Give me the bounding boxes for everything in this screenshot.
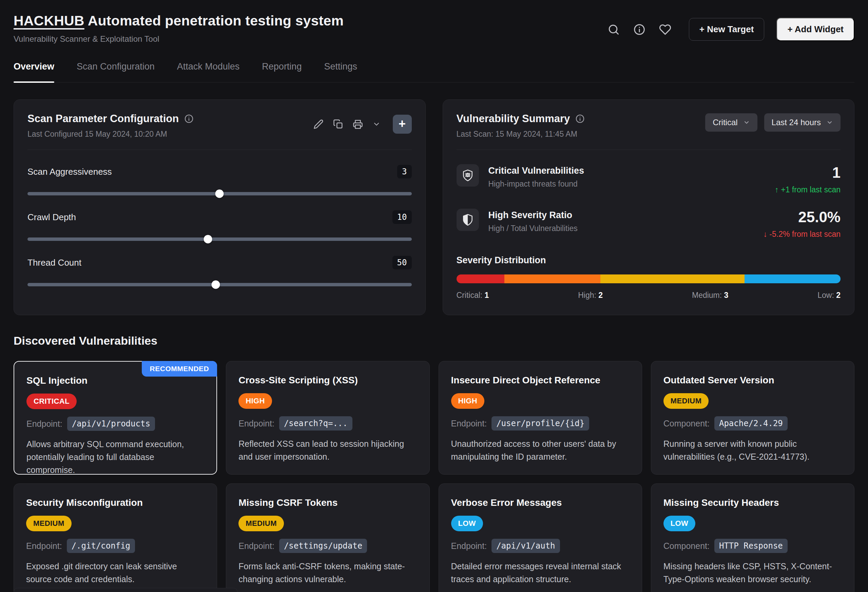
tab-attack-modules[interactable]: Attack Modules	[177, 61, 240, 82]
slider-list: Scan Aggressiveness 3 Crawl Depth 10 Thr…	[28, 165, 412, 286]
shield-half-icon	[456, 209, 479, 231]
vulnerability-card[interactable]: Outdated Server Version MEDIUM Component…	[651, 361, 855, 475]
vulnerability-card[interactable]: Verbose Error Messages LOW Endpoint: /ap…	[438, 483, 642, 592]
tab-overview[interactable]: Overview	[13, 61, 54, 82]
vulnerability-title: Missing Security Headers	[663, 498, 842, 508]
slider-label: Scan Aggressiveness	[28, 167, 112, 177]
vulnerability-description: Allows arbitrary SQL command execution, …	[27, 438, 204, 476]
discovered-vulnerabilities-heading: Discovered Vulnerabilities	[13, 334, 855, 347]
location-value: /settings/update	[279, 539, 367, 553]
location-value: /search?q=...	[279, 416, 353, 431]
severity-segment-high	[504, 275, 600, 283]
severity-filter-dropdown[interactable]: Critical	[705, 113, 757, 131]
recommended-badge: RECOMMENDED	[142, 361, 217, 376]
slider-thumb[interactable]	[211, 280, 220, 289]
severity-distribution-labels: Critical: 1High: 2Medium: 3Low: 2	[456, 291, 841, 300]
location-value: HTTP Response	[714, 539, 788, 553]
info-icon[interactable]	[575, 114, 585, 124]
vulnerability-title: Verbose Error Messages	[451, 498, 630, 508]
severity-label: High: 2	[578, 291, 603, 300]
header-text: HACKHUB Automated penetration testing sy…	[13, 13, 344, 44]
severity-segment-low	[744, 275, 840, 283]
location-label: Endpoint:	[451, 541, 487, 551]
vulnerability-card[interactable]: Missing Security Headers LOW Component: …	[651, 483, 855, 592]
vulnerability-description: Unauthorized access to other users' data…	[451, 437, 630, 463]
severity-segment-critical	[456, 275, 505, 283]
vulnerability-card[interactable]: Missing CSRF Tokens MEDIUM Endpoint: /se…	[226, 483, 430, 592]
info-icon[interactable]	[633, 23, 646, 36]
vulnerability-title: Cross-Site Scripting (XSS)	[238, 375, 417, 386]
page-title: HACKHUB Automated penetration testing sy…	[13, 13, 344, 29]
slider-track[interactable]	[28, 238, 412, 241]
tab-settings[interactable]: Settings	[324, 61, 357, 82]
summary-head-text: Vulnerability Summary Last Scan: 15 May …	[456, 113, 585, 139]
slider-track[interactable]	[28, 192, 412, 195]
printer-icon[interactable]	[353, 119, 363, 129]
brand-name: HACKHUB	[13, 13, 84, 28]
stat-subtitle: High / Total Vulnerabilities	[489, 224, 754, 233]
slider-track[interactable]	[28, 283, 412, 286]
tab-scan-configuration[interactable]: Scan Configuration	[77, 61, 155, 82]
location-label: Component:	[663, 419, 710, 428]
chevron-down-icon[interactable]	[372, 120, 381, 128]
search-icon[interactable]	[607, 23, 620, 36]
shield-bug-icon	[456, 164, 479, 187]
location-value: /user/profile/{id}	[492, 416, 589, 431]
location-value: /api/v1/auth	[492, 539, 559, 553]
severity-badge: MEDIUM	[26, 516, 72, 531]
slider-group: Crawl Depth 10	[28, 210, 412, 241]
last-scan-text: Last Scan: 15 May 2024, 11:45 AM	[456, 130, 585, 139]
slider-thumb[interactable]	[216, 190, 224, 198]
last-configured-text: Last Configured 15 May 2024, 10:20 AM	[28, 130, 194, 139]
pencil-icon[interactable]	[313, 119, 323, 129]
severity-label: Medium: 3	[692, 291, 728, 300]
tab-bar: OverviewScan ConfigurationAttack Modules…	[13, 61, 855, 83]
slider-thumb[interactable]	[204, 235, 213, 244]
vulnerability-description: Exposed .git directory can leak sensitiv…	[26, 560, 205, 586]
stat-title: Critical Vulnerabilities	[489, 165, 766, 176]
slider-label: Crawl Depth	[28, 212, 76, 223]
scan-panel-head-text: Scan Parameter Configuration Last Config…	[28, 113, 194, 139]
app-title: Automated penetration testing system	[88, 13, 344, 28]
heart-icon[interactable]	[658, 23, 672, 36]
location-label: Endpoint:	[238, 419, 275, 428]
severity-badge: HIGH	[451, 393, 485, 409]
vulnerability-title: Security Misconfiguration	[26, 498, 205, 508]
scan-panel-title: Scan Parameter Configuration	[28, 113, 179, 125]
slider-group: Thread Count 50	[28, 256, 412, 286]
stat-title: High Severity Ratio	[489, 210, 754, 220]
severity-badge: MEDIUM	[238, 516, 284, 531]
scan-parameter-panel: Scan Parameter Configuration Last Config…	[13, 99, 426, 315]
vulnerability-card[interactable]: Cross-Site Scripting (XSS) HIGH Endpoint…	[226, 361, 430, 475]
severity-segment-medium	[600, 275, 744, 283]
new-target-button[interactable]: + New Target	[689, 18, 765, 41]
info-icon[interactable]	[184, 114, 194, 124]
vulnerability-card[interactable]: RECOMMENDED SQL Injection CRITICAL Endpo…	[13, 361, 217, 475]
vulnerability-title: Insecure Direct Object Reference	[451, 375, 630, 386]
vulnerability-card[interactable]: Security Misconfiguration MEDIUM Endpoin…	[13, 483, 217, 592]
summary-panel-title: Vulnerability Summary	[456, 113, 570, 125]
topbar: HACKHUB Automated penetration testing sy…	[13, 13, 855, 44]
add-widget-button[interactable]: + Add Widget	[776, 18, 855, 41]
copy-icon[interactable]	[333, 119, 343, 129]
severity-badge: HIGH	[238, 393, 272, 409]
stat-value: 1	[775, 164, 840, 181]
slider-value-badge: 10	[393, 210, 412, 224]
tab-reporting[interactable]: Reporting	[262, 61, 301, 82]
vulnerability-card-grid: RECOMMENDED SQL Injection CRITICAL Endpo…	[13, 361, 855, 592]
next-widget-peek	[13, 588, 238, 592]
add-parameter-button[interactable]: +	[393, 115, 412, 134]
slider-label: Thread Count	[28, 257, 81, 268]
vulnerability-card[interactable]: Insecure Direct Object Reference HIGH En…	[438, 361, 642, 475]
top-actions: + New Target + Add Widget	[607, 18, 855, 41]
slider-value-badge: 3	[397, 165, 412, 179]
severity-badge: MEDIUM	[663, 393, 709, 409]
stat-value: 25.0%	[763, 209, 840, 226]
vulnerability-description: Missing headers like CSP, HSTS, X-Conten…	[663, 560, 842, 586]
vulnerability-title: Outdated Server Version	[663, 375, 842, 386]
severity-label: Critical: 1	[456, 291, 489, 300]
location-label: Endpoint:	[27, 419, 62, 429]
time-range-value: Last 24 hours	[772, 118, 821, 127]
time-range-dropdown[interactable]: Last 24 hours	[764, 113, 840, 131]
vulnerability-title: Missing CSRF Tokens	[238, 498, 417, 508]
